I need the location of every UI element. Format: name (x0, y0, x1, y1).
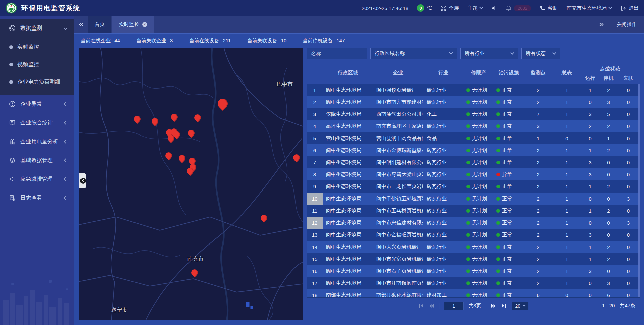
sidebar-item-日志查看[interactable]: 日志查看 (0, 188, 74, 207)
facility-text: 正常 (502, 292, 512, 298)
scrollbar[interactable] (638, 84, 640, 297)
map-pin[interactable] (292, 153, 301, 162)
stat-label: 当前停机设备: (303, 38, 334, 44)
table-row[interactable]: 4高坪生态环境局南充市高坪区王家店建砖瓦行业无计划正常31220 (307, 120, 640, 132)
help-button[interactable]: 帮助 (540, 5, 558, 11)
table-row[interactable]: 12阆中生态环境局阆中市忠信建材有限公砖瓦行业无计划正常21003 (307, 217, 640, 229)
map-pin[interactable] (164, 151, 173, 160)
cell-company: 营山县润丰肉食品有限 (373, 135, 423, 142)
sidebar-item-企业综合统计[interactable]: 企业综合统计 (0, 113, 74, 132)
status-dot-green (496, 281, 500, 285)
table-row[interactable]: 8阆中生态环境局阆中市枣碧大梁山页岩砖瓦行业无计划异常21300 (307, 168, 640, 180)
map-pin[interactable] (150, 117, 160, 126)
cell-industry: 砖瓦行业 (423, 147, 464, 154)
table-row[interactable]: 1阆中生态环境局阆中强锐页岩砖厂砖瓦行业无计划正常21120 (307, 84, 640, 96)
facility-text: 正常 (502, 232, 512, 238)
region-filter-select[interactable]: 行政区域名称 (370, 48, 457, 59)
status-dot-green (496, 209, 500, 213)
chevron-down-icon (608, 5, 612, 9)
facility-text: 正常 (502, 123, 512, 129)
scroll-tabs-right-button[interactable] (594, 22, 608, 28)
stats-bar: 当前在线企业:44当前失联企业:3当前在线设备:211当前失联设备:10当前停机… (79, 34, 640, 48)
mute-button[interactable] (491, 5, 497, 11)
map-pin[interactable] (186, 128, 196, 138)
table-row[interactable]: 16阆中生态环境局阆中市石子页岩机砖厂砖瓦行业无计划正常21300 (307, 265, 640, 277)
table-row[interactable]: 6阆中生态环境局阆中市金博瑞新型墙材砖瓦行业无计划正常21120 (307, 144, 640, 156)
table-row[interactable]: 3仪陇生态环境局西南油气田分公司川中化工无计划正常71350 (307, 108, 640, 120)
fullscreen-button[interactable]: 全屏 (441, 5, 459, 11)
table-row[interactable]: 9阆中生态环境局阆中市二龙长宝页岩砖砖瓦行业无计划正常21120 (307, 180, 640, 193)
page-size-select[interactable]: 20 (512, 302, 528, 310)
name-filter-input[interactable] (307, 48, 367, 59)
map-pin[interactable] (259, 213, 269, 223)
table-row[interactable]: 15阆中生态环境局阆中市光富页岩机砖厂砖瓦行业无计划正常21120 (307, 253, 640, 265)
sidebar-item-企业用电量分析[interactable]: 企业用电量分析 (0, 132, 74, 151)
cell-industry: 建材加工 (423, 292, 464, 298)
cell-lost: 0 (618, 268, 639, 274)
close-actions-button[interactable]: 关闭操作 (616, 21, 637, 28)
table-row[interactable]: 11阆中生态环境局阆中市五马桥页岩机砖砖瓦行业无计划正常21120 (307, 205, 640, 217)
map-pin[interactable] (193, 113, 202, 122)
notifications-button[interactable]: 2632 (506, 5, 531, 11)
first-page-button[interactable] (418, 303, 424, 309)
sidebar-subitem-企业电力负荷明细[interactable]: 企业电力负荷明细 (0, 73, 74, 91)
status-dot-green (496, 221, 500, 225)
chevron-down-icon (479, 5, 483, 9)
stat-label: 当前失联企业: (136, 38, 168, 44)
status-dot-green (466, 257, 470, 261)
status-filter-select[interactable]: 所有状态 (521, 48, 560, 59)
table-row[interactable]: 13阆中生态环境局阆中市金福旺页岩机砖砖瓦行业无计划正常21300 (307, 229, 640, 241)
cell-lost: 0 (618, 136, 639, 141)
col-group-point-status: 点位状态 (581, 62, 639, 73)
tab-close-icon[interactable]: × (142, 22, 147, 27)
scroll-tabs-left-button[interactable] (74, 16, 88, 33)
sidebar-subitem-视频监控[interactable]: 视频监控 (0, 56, 74, 73)
limit-text: 无计划 (472, 87, 487, 93)
map-pin[interactable] (190, 268, 199, 277)
user-org-menu[interactable]: 南充市生态环境局 (567, 5, 612, 11)
filter-bar: 行政区域名称 所有行业 所有状态 (307, 48, 640, 59)
cell-lost: 0 (618, 244, 639, 250)
sidebar-item-label: 应急减排管理 (20, 176, 53, 183)
logout-button[interactable]: 退出 (621, 5, 639, 11)
table-row[interactable]: 14阆中生态环境局阆中大兴页岩机砖厂砖瓦行业无计划正常21120 (307, 241, 640, 253)
chevron-left-icon (64, 140, 67, 143)
cell-run: 0 (581, 220, 599, 226)
map-pin[interactable] (177, 154, 187, 163)
map-pin[interactable] (132, 114, 142, 124)
page-number-input[interactable] (444, 302, 464, 310)
cell-total: 1 (552, 208, 581, 214)
sidebar-item-基础数据管理[interactable]: 基础数据管理 (0, 151, 74, 170)
tab-实时监控[interactable]: 实时监控× (112, 16, 154, 33)
prev-page-button[interactable] (429, 303, 434, 309)
table-row[interactable]: 18南部生态环境局南部县砿化水泥有限公建材加工无计划正常60060 (307, 289, 640, 297)
collapse-map-handle[interactable] (79, 173, 86, 188)
map-panel[interactable]: 巴中市南充市遂宁市 (79, 48, 303, 320)
sidebar-item-数据监测[interactable]: 数据监测 (0, 19, 74, 38)
limit-text: 无计划 (472, 256, 487, 262)
cell-monitor: 1 (524, 136, 552, 141)
cell-lost: 0 (618, 172, 639, 177)
table-row[interactable]: 10阆中生态环境局阆中千佛镇五郎垭页岩砖瓦行业无计划正常21003 (307, 193, 640, 205)
status-dot-green (496, 124, 500, 128)
sidebar-item-label: 企业综合统计 (20, 119, 53, 126)
tab-首页[interactable]: 首页 (88, 16, 111, 33)
table-row[interactable]: 7阆中生态环境局阆中明阳建材有限公司砖瓦行业无计划正常21300 (307, 156, 640, 168)
last-page-button[interactable] (501, 303, 507, 309)
status-dot-green (466, 112, 470, 116)
cell-region: 阆中生态环境局 (323, 256, 373, 262)
next-page-button[interactable] (491, 303, 496, 309)
map-pin[interactable] (170, 112, 179, 122)
cell-stop: 2 (599, 123, 618, 129)
sidebar-item-label: 日志查看 (20, 195, 42, 202)
sidebar-subitem-实时监控[interactable]: 实时监控 (0, 38, 74, 56)
theme-menu[interactable]: 主题 (468, 5, 483, 11)
industry-filter-select[interactable]: 所有行业 (460, 48, 518, 59)
sidebar-item-应急减排管理[interactable]: 应急减排管理 (0, 170, 74, 188)
table-row[interactable]: 5营山生态环境局营山县润丰肉食品有限食品无计划正常10010 (307, 132, 640, 144)
table-row[interactable]: 17阆中生态环境局阆中市江南镇阆南页岩砖瓦行业无计划正常21030 (307, 277, 640, 289)
map-pin[interactable] (216, 97, 230, 111)
sidebar-item-企业异常[interactable]: 企业异常 (0, 95, 74, 113)
row-index: 15 (307, 253, 323, 265)
table-row[interactable]: 2阆中生态环境局阆中市南方节能建材有砖瓦行业无计划正常21030 (307, 96, 640, 108)
